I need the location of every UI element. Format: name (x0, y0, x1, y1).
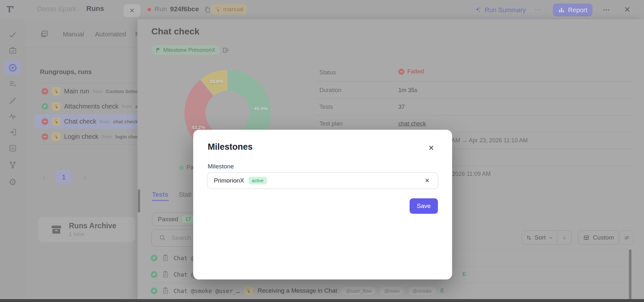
from-label: from (100, 119, 109, 124)
milestones-modal: Milestones ✕ Milestone PrimorionX active… (193, 130, 452, 279)
tag-user-flow: @user_flow (342, 287, 375, 295)
clipboard-icon (162, 270, 169, 278)
sort-button-group: Sort (522, 231, 572, 245)
sidebar-icon-test-cases[interactable] (7, 44, 18, 56)
e2e-badge: E (462, 271, 466, 278)
filter-passed-count: 17 (182, 215, 194, 223)
runs-archive-tile[interactable]: Runs Archive 1 runs (38, 217, 135, 242)
e2e-badge: E (440, 288, 444, 294)
search-icon (159, 234, 166, 241)
milestone-badge-label: Milestone PrimorionX (163, 47, 215, 53)
detail-label-test-plan: Test plan (319, 120, 343, 127)
sidebar-icon-analytics[interactable] (7, 142, 18, 154)
milestone-select-input[interactable]: PrimorionX active ✕ (207, 172, 438, 189)
filter-sliders-button[interactable] (620, 231, 634, 245)
run-source: Custom Selec (106, 89, 138, 94)
archive-count: 1 runs (69, 231, 116, 238)
modal-title: Milestones (208, 142, 253, 152)
tab-statistics[interactable]: Stati (179, 191, 192, 198)
sort-button[interactable]: Sort (522, 234, 557, 241)
tab-manual[interactable]: Manual (63, 31, 84, 38)
status-passed-icon (42, 103, 48, 110)
checklist-icon[interactable] (40, 30, 49, 38)
run-list-item-attachments-check[interactable]: Attachments check from atta (34, 99, 137, 114)
more-actions-button[interactable]: ••• (601, 5, 612, 14)
close-run-button[interactable]: ✕ (622, 5, 632, 15)
run-summary-button[interactable]: Run Summary ••• (470, 4, 545, 16)
archive-box-icon (51, 224, 62, 235)
sidebar-icon-test-plans[interactable] (7, 78, 18, 90)
run-list-item-main-run[interactable]: Main run from Custom Selec (34, 84, 137, 99)
report-button[interactable]: Report (553, 4, 592, 16)
clipboard-icon (162, 287, 169, 295)
archive-title: Runs Archive (69, 222, 116, 230)
sidebar-icon-branches[interactable] (7, 159, 18, 171)
runs-list-panel: Manual Automated M Rungroups, runs Main … (25, 19, 138, 302)
detail-value-test-plan[interactable]: chat check (398, 120, 426, 127)
manual-run-icon (52, 102, 61, 111)
chart-label-failed: 43.2% (192, 125, 205, 130)
divider (25, 47, 137, 47)
bar-chart-icon (558, 6, 565, 14)
header: T' Demo Spark › Runs ✕ Run 924f6bce manu… (0, 0, 644, 20)
run-list-item-chat-check-selected[interactable]: Chat check from chat check (34, 114, 137, 129)
sidebar-icon-steps[interactable] (7, 95, 18, 106)
tab-tests[interactable]: Tests (152, 191, 168, 198)
run-list-item-login-check[interactable]: Login check from login chec (34, 129, 137, 144)
run-source: login chec (115, 134, 138, 139)
close-tab-button[interactable]: ✕ (124, 4, 140, 17)
sort-direction-button[interactable] (557, 231, 571, 244)
from-label: from (93, 89, 102, 94)
save-button[interactable]: Save (410, 198, 438, 214)
run-name: Main run (64, 88, 89, 95)
sidebar-icon-pulse[interactable] (7, 110, 18, 122)
copy-run-id-icon[interactable] (204, 5, 211, 14)
tab-tests-underline (152, 200, 169, 201)
sidebar-icon-runs[interactable] (4, 60, 21, 75)
breadcrumb-project[interactable]: Demo Spark (37, 5, 76, 13)
app-window: T' Demo Spark › Runs ✕ Run 924f6bce manu… (0, 0, 644, 302)
breadcrumb-section[interactable]: Runs (86, 5, 104, 13)
from-label: from (122, 104, 132, 109)
manual-badge-label: manual (223, 6, 243, 13)
table-grid-icon (583, 234, 590, 241)
run-status-dot (147, 8, 151, 11)
pagination-prev-button[interactable]: ‹ (43, 173, 45, 182)
custom-label: Custom (593, 234, 614, 241)
app-logo[interactable]: T' (6, 4, 13, 15)
test-row-3[interactable]: Chat @smoke @user_… Receiving a Message … (147, 284, 633, 298)
status-passed-icon (151, 288, 157, 294)
modal-close-button[interactable]: ✕ (426, 143, 437, 154)
legend-dot-passed (179, 165, 184, 170)
add-tag-icon[interactable] (222, 46, 230, 54)
test-code: Chat @ (174, 271, 194, 278)
sidebar-icon-settings[interactable]: ⚙ (7, 176, 18, 188)
pagination-next-button[interactable]: › (83, 173, 86, 182)
sidebar-icon-import[interactable] (7, 126, 18, 138)
detail-value-timeframe: AM → Apr 23, 2026 11:10 AM (451, 137, 528, 144)
detail-value-duration: 1m 35s (398, 87, 417, 94)
clear-milestone-button[interactable]: ✕ (423, 176, 431, 185)
run-summary-menu-button[interactable]: ••• (530, 4, 545, 16)
pagination-page-1[interactable]: 1 (56, 170, 72, 184)
detail-value-status: Failed (398, 68, 424, 75)
manual-trigger-badge: manual (211, 4, 247, 14)
test-code: Chat @ (174, 255, 194, 261)
run-id: 924f6bce (170, 5, 199, 13)
run-source: chat check (113, 119, 138, 124)
detail-value-tests: 37 (398, 104, 405, 110)
rungroups-heading: Rungroups, runs (40, 68, 92, 76)
custom-view-button[interactable]: Custom (578, 231, 619, 245)
status-passed-icon (151, 271, 157, 278)
from-label: from (102, 134, 112, 139)
sidebar-icon-check[interactable] (7, 29, 18, 41)
tab-automated[interactable]: Automated (95, 31, 126, 38)
tag-smoke: @smoke (408, 287, 436, 295)
bottom-edge (0, 299, 644, 302)
panel-scrollbar[interactable] (138, 189, 140, 212)
sparkles-icon (470, 6, 482, 14)
milestone-badge[interactable]: Milestone PrimorionX (151, 45, 220, 55)
run-name: Login check (64, 133, 99, 140)
main-scrollbar[interactable] (629, 250, 631, 301)
breadcrumb-separator-icon: › (78, 5, 80, 13)
